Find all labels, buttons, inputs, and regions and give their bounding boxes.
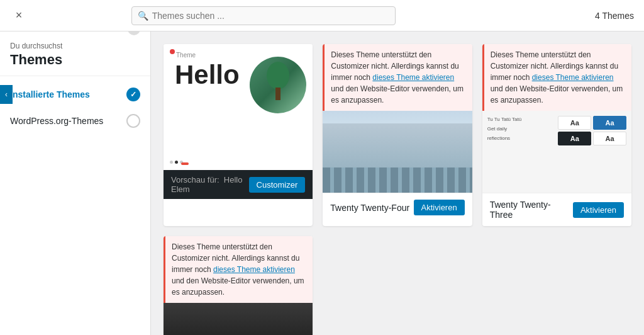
browsing-label: Du durchsuchst [10, 42, 62, 50]
tt4-building [323, 123, 472, 193]
wporg-themes-label: WordPress.org-Themes [10, 116, 103, 126]
theme-card-tt3: Dieses Theme unterstützt den Customizer … [482, 44, 631, 226]
tt3-activate-button[interactable]: Aktivieren [573, 202, 624, 218]
tt3-aa-2: Aa [593, 116, 626, 130]
tt3-footer: Twenty Twenty-Three Aktivieren [482, 193, 631, 226]
sidebar-nav: Installierte Themes ✓ WordPress.org-Them… [0, 76, 150, 139]
help-button[interactable]: ? [128, 31, 140, 35]
hello-circle-image [250, 57, 306, 113]
tt3-aa-grid: Aa Aa Aa Aa [558, 116, 626, 145]
theme-card-tt2: Dieses Theme unterstützt den Customizer … [164, 236, 313, 335]
tt3-warning-text2: und den Website-Editor verwenden, um es … [491, 84, 623, 105]
tt4-preview [323, 111, 472, 193]
wporg-radio-icon [126, 114, 140, 128]
tree-svg [259, 60, 297, 110]
tt4-footer: Twenty Twenty-Four Aktivieren [323, 193, 472, 222]
top-bar: × 🔍 4 Themes [0, 0, 644, 31]
hello-footer-label: Vorschau für: Hello Elem [171, 175, 249, 194]
back-button[interactable]: ‹ [0, 85, 13, 104]
search-input[interactable] [131, 6, 396, 25]
close-button[interactable]: × [10, 7, 28, 25]
sidebar-item-wporg[interactable]: WordPress.org-Themes [0, 108, 150, 134]
tt3-aa-3: Aa [558, 132, 591, 145]
svg-point-0 [267, 62, 289, 89]
search-wrapper: 🔍 [131, 6, 396, 25]
content-area: Theme Hello [151, 31, 644, 335]
tt3-text2: Get daily [487, 125, 556, 132]
tt3-warning-link[interactable]: dieses Theme aktivieren [532, 73, 614, 82]
tt4-warning-text2: und den Website-Editor verwenden, um es … [331, 84, 464, 105]
theme-card-tt4: Dieses Theme unterstützt den Customizer … [323, 44, 472, 226]
tt3-aa-4: Aa [593, 132, 626, 145]
installed-check-icon: ✓ [126, 88, 140, 101]
tt4-activate-button[interactable]: Aktivieren [414, 200, 465, 215]
tt3-name: Twenty Twenty-Three [490, 200, 573, 220]
svg-rect-1 [275, 88, 280, 100]
sidebar-header: Du durchsuchst Themes ? [0, 31, 150, 76]
hello-preview: Theme Hello [164, 44, 313, 170]
sidebar: Du durchsuchst Themes ? Installierte The… [0, 31, 151, 335]
tt4-warning: Dieses Theme unterstützt den Customizer … [323, 44, 472, 111]
tt4-name: Twenty Twenty-Four [330, 203, 409, 213]
tt3-warning: Dieses Theme unterstützt den Customizer … [482, 44, 631, 111]
theme-card-hello-elementor: Theme Hello [164, 44, 313, 226]
tt3-text3: reflections [487, 135, 556, 142]
search-icon: 🔍 [138, 11, 148, 21]
customizer-button[interactable]: Customizer [249, 177, 306, 193]
sidebar-item-installed[interactable]: Installierte Themes ✓ [0, 81, 150, 108]
sidebar-title: Themes [10, 52, 62, 68]
tt2-warning-link[interactable]: dieses Theme aktivieren [213, 265, 295, 274]
themes-count: 4 Themes [595, 11, 634, 21]
tt3-aa-1: Aa [558, 116, 591, 130]
tt2-bg [164, 303, 313, 335]
tt4-warning-link[interactable]: dieses Theme aktivieren [372, 73, 454, 82]
themes-grid: Theme Hello [164, 44, 631, 335]
hello-dot [170, 49, 175, 54]
installed-themes-label: Installierte Themes [10, 89, 90, 99]
tt2-warning-text2: und den Website-Editor verwenden, um es … [172, 276, 304, 297]
main-layout: ‹ Du durchsuchst Themes ? Installierte T… [0, 31, 644, 335]
tt2-warning: Dieses Theme unterstützt den Customizer … [164, 236, 313, 303]
tt2-preview: about adventures in bird watching. 🦜 [164, 303, 313, 335]
tt3-text1: Tu Tu Tatü Tatü [487, 116, 556, 123]
hello-preview-label: Vorschau für: [171, 175, 219, 185]
tt3-preview: Tu Tu Tatü Tatü Get daily reflections Aa… [482, 111, 631, 193]
hello-footer: Vorschau für: Hello Elem Customizer [164, 170, 313, 199]
